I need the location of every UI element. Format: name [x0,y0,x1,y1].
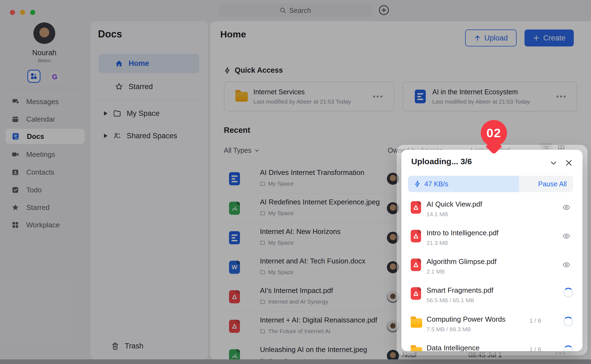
upload-file-size: 56.5 MB / 65.1 MB [427,297,474,304]
upload-file-size: 14.1 MB [427,211,448,218]
step-number: 02 [486,126,501,140]
upload-popup-title: Uploading... 3/6 [411,157,472,166]
close-icon [565,159,573,167]
folder-icon [411,345,422,351]
upload-file-name: Intro to Intelligence.pdf [427,229,499,237]
upload-file-row[interactable]: Smart Fragments.pdf 56.5 MB / 65.1 MB [401,286,583,313]
pause-all-button[interactable]: Pause All [538,176,567,192]
upload-speed-bar: 47 KB/s Pause All [408,176,573,192]
upload-progress-popup: Uploading... 3/6 47 KB/s Pause All AI Qu… [401,150,583,351]
preview-eye-icon[interactable] [562,232,570,241]
upload-file-name: Smart Fragments.pdf [427,286,493,295]
upload-file-row[interactable]: Data Intelligence 1 / 6 [401,344,583,351]
pdf-file-icon [411,230,421,242]
step-marker-pin: 02 [481,120,507,146]
upload-file-name: Data Intelligence [427,344,480,351]
upload-file-name: AI Quick View.pdf [427,200,482,209]
lightning-bolt-icon [414,180,421,187]
upload-file-size: 21.3 MB [427,240,448,246]
chevron-down-icon [549,158,558,167]
upload-file-row[interactable]: Algorithm Glimpse.pdf 2.1 MB [401,257,583,285]
close-button[interactable] [564,158,574,168]
upload-spinner-icon [563,288,573,298]
upload-file-row[interactable]: Computing Power Words 7.5 MB / 89.3 MB 1… [401,315,583,342]
upload-spinner-icon [563,345,573,351]
app-window: Search Nourah Beem G Messages Calendar D… [0,0,591,364]
pdf-file-icon [411,201,421,214]
upload-file-size: 7.5 MB / 89.3 MB [427,326,471,333]
upload-file-count: 1 / 6 [529,317,541,324]
preview-eye-icon[interactable] [562,203,570,213]
collapse-button[interactable] [549,158,558,168]
preview-eye-icon[interactable] [562,261,570,270]
pdf-file-icon [411,259,421,271]
upload-file-count: 1 / 6 [529,346,541,351]
upload-file-name: Computing Power Words [427,315,506,324]
folder-icon [411,316,422,328]
upload-file-row[interactable]: AI Quick View.pdf 14.1 MB [401,200,583,227]
upload-file-row[interactable]: Intro to Intelligence.pdf 21.3 MB [401,229,583,256]
pdf-file-icon [411,287,421,300]
upload-file-name: Algorithm Glimpse.pdf [427,257,497,266]
upload-spinner-icon [563,317,573,327]
upload-file-size: 2.1 MB [427,268,445,275]
upload-speed-value: 47 KB/s [424,180,448,188]
